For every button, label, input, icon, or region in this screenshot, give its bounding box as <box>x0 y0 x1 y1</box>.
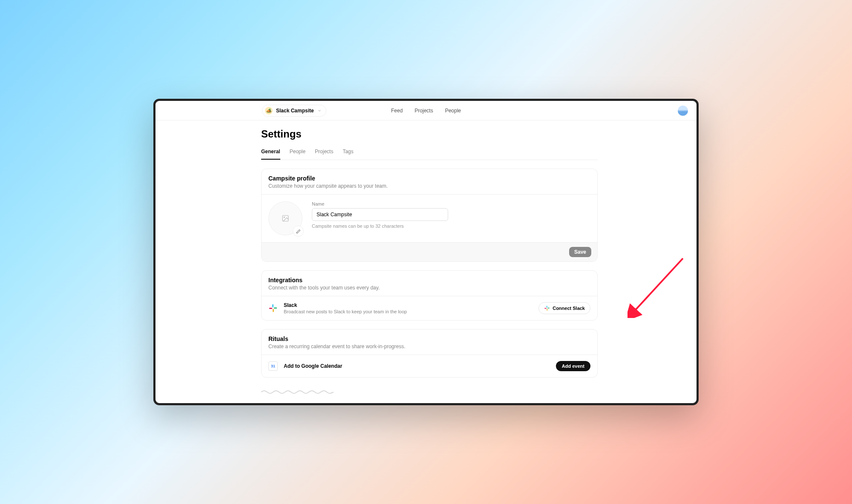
tab-tags[interactable]: Tags <box>343 146 353 160</box>
nav-feed[interactable]: Feed <box>391 108 403 114</box>
edit-avatar-button[interactable] <box>293 226 304 237</box>
connect-slack-label: Connect Slack <box>553 306 585 311</box>
gcal-label: Add to Google Calendar <box>284 363 342 369</box>
svg-rect-2 <box>272 304 273 307</box>
squiggle-divider <box>261 389 334 395</box>
org-switcher[interactable]: 🏕️ Slack Campsite <box>262 105 326 117</box>
profile-section-desc: Customize how your campsite appears to y… <box>268 183 590 189</box>
svg-rect-9 <box>544 308 547 309</box>
name-hint: Campsite names can be up to 32 character… <box>312 223 590 229</box>
nav-projects[interactable]: Projects <box>414 108 433 114</box>
svg-point-1 <box>284 217 285 218</box>
integrations-card: Integrations Connect with the tools your… <box>261 270 598 321</box>
google-calendar-icon <box>268 361 278 371</box>
name-label: Name <box>312 201 590 206</box>
slack-desc: Broadcast new posts to Slack to keep you… <box>284 309 407 314</box>
name-input[interactable] <box>312 208 448 221</box>
settings-tabs: General People Projects Tags <box>261 146 598 160</box>
svg-rect-6 <box>547 306 547 308</box>
tab-people[interactable]: People <box>290 146 305 160</box>
slack-icon <box>268 304 278 313</box>
profile-card: Campsite profile Customize how your camp… <box>261 169 598 262</box>
org-name: Slack Campsite <box>276 108 314 114</box>
save-button[interactable]: Save <box>569 247 591 257</box>
page-title: Settings <box>261 128 598 140</box>
top-nav: Feed Projects People <box>391 108 461 114</box>
slack-title: Slack <box>284 302 407 308</box>
svg-rect-8 <box>547 309 548 311</box>
integrations-desc: Connect with the tools your team uses ev… <box>268 285 590 291</box>
rituals-desc: Create a recurring calendar event to sha… <box>268 344 590 349</box>
pencil-icon <box>296 229 301 234</box>
rituals-card: Rituals Create a recurring calendar even… <box>261 329 598 378</box>
rituals-title: Rituals <box>268 335 590 342</box>
app-window: 🏕️ Slack Campsite Feed Projects People S… <box>153 99 699 405</box>
user-avatar[interactable] <box>678 106 688 116</box>
chevron-down-icon <box>317 109 322 113</box>
svg-rect-3 <box>274 307 277 309</box>
svg-rect-7 <box>547 308 550 309</box>
nav-people[interactable]: People <box>445 108 461 114</box>
tab-general[interactable]: General <box>261 146 280 160</box>
tab-projects[interactable]: Projects <box>315 146 333 160</box>
svg-rect-4 <box>273 309 274 312</box>
top-bar: 🏕️ Slack Campsite Feed Projects People <box>155 101 697 120</box>
connect-slack-button[interactable]: Connect Slack <box>538 302 590 314</box>
svg-rect-5 <box>269 308 272 309</box>
profile-section-title: Campsite profile <box>268 175 590 182</box>
content: Settings General People Projects Tags Ca… <box>155 120 697 403</box>
image-icon <box>282 215 289 222</box>
campfire-icon: 🏕️ <box>265 107 273 115</box>
add-event-button[interactable]: Add event <box>556 361 590 371</box>
slack-icon <box>544 305 550 311</box>
avatar-upload[interactable] <box>268 201 302 235</box>
integrations-title: Integrations <box>268 277 590 284</box>
